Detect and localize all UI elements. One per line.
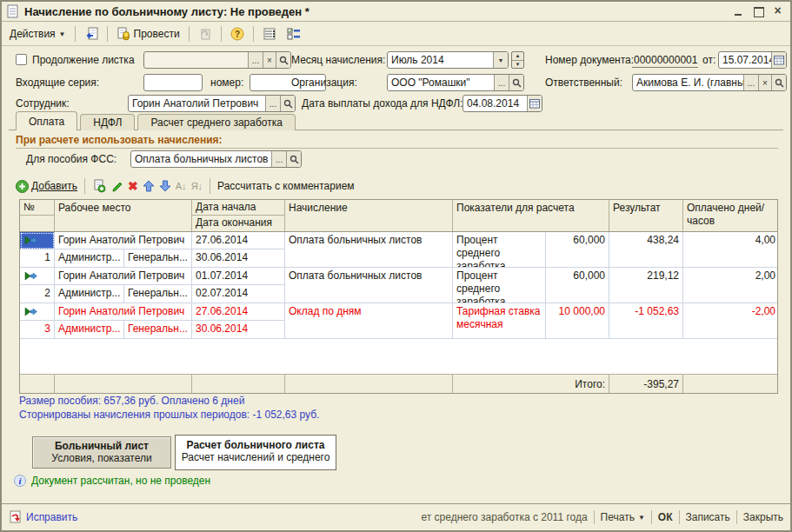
fix-button[interactable]: Исправить [9,510,77,524]
help-button[interactable]: ? [226,25,249,43]
indicator-value-cell[interactable]: 60,000 [546,232,609,267]
magnifier-icon[interactable] [276,52,290,68]
row-number[interactable]: 2 [20,285,55,303]
clear-icon[interactable]: × [263,52,276,68]
employee-cell[interactable]: Горин Анатолий Петрович [55,303,192,321]
accrual-cell[interactable]: Оклад по дням [285,303,453,338]
organization-field[interactable]: ООО "Ромашки" ... [387,74,524,91]
employee-field[interactable]: Горин Анатолий Петрович ... [128,95,296,112]
add-row-button[interactable]: Добавить [16,180,77,193]
ellipsis-button[interactable]: ... [494,75,509,90]
position-cell[interactable]: Генеральн... [124,249,192,267]
month-combo[interactable]: Июль 2014 ▼ [387,51,509,69]
save-and-close-button[interactable] [80,25,103,43]
responsible-field[interactable]: Акимова Е. И. (главный б ... × [632,74,787,91]
date-start-cell[interactable]: 27.06.2014 [192,232,285,249]
department-cell[interactable]: Администр... [55,321,124,338]
result-cell[interactable]: 438,24 [609,232,683,267]
ok-button[interactable]: ОК [658,511,673,523]
minimize-button[interactable] [734,6,745,17]
result-cell[interactable]: -1 052,63 [609,303,683,338]
docnum-value[interactable]: 00000000001 [632,52,698,68]
department-cell[interactable]: Администр... [55,249,124,267]
edit-row-button[interactable] [110,180,123,193]
sort-descending-icon: Я↓ [191,181,203,191]
maximize-button[interactable] [753,6,764,17]
result-cell[interactable]: 219,12 [609,268,683,303]
date-end-cell[interactable]: 30.06.2014 [192,321,285,338]
list-settings-button[interactable] [258,25,281,43]
department-cell[interactable]: Администр... [55,285,124,303]
ellipsis-button[interactable]: ... [743,75,758,90]
magnifier-icon[interactable] [509,75,523,90]
sort-descending-button[interactable]: Я↓ [191,181,203,191]
save-button[interactable]: Записать [686,511,730,523]
employee-cell[interactable]: Горин Анатолий Петрович [55,232,192,249]
close-button[interactable]: × [772,6,783,17]
month-spinner[interactable]: ▲▼ [511,51,524,69]
combo-arrow-icon[interactable]: ▼ [493,52,508,68]
sort-ascending-button[interactable]: А↓ [176,181,187,191]
move-down-button[interactable] [159,180,171,192]
window-title: Начисление по больничному листу: Не пров… [24,5,729,18]
paid-days-cell[interactable]: -2,00 [683,303,779,338]
indicator-cell[interactable]: Процент среднего заработка [453,232,546,267]
calendar-icon[interactable] [771,52,786,68]
date-end-cell[interactable]: 02.07.2014 [192,285,285,303]
wizard-button-sick-list[interactable]: Больничный лист Условия, показатели [32,436,171,469]
accrual-cell[interactable]: Оплата больничных листов [285,268,453,303]
ellipsis-button[interactable]: ... [248,52,263,68]
continuation-checkbox[interactable] [16,54,27,65]
print-button[interactable]: Печать ▼ [601,511,645,523]
position-cell[interactable]: Генеральн... [124,285,192,303]
ndfl-date-field[interactable]: 04.08.2014 [463,95,542,112]
employee-cell[interactable]: Горин Анатолий Петрович [55,268,192,285]
row-marker-cell[interactable] [20,268,55,285]
paid-days-cell[interactable]: 4,00 [683,232,779,267]
fss-field[interactable]: Оплата больничных листов ... [130,150,302,168]
move-up-button[interactable] [143,180,155,192]
indicator-cell[interactable]: Тарифная ставка месячная [453,303,546,338]
accrual-cell[interactable]: Оплата больничных листов [285,232,453,267]
tab-payment[interactable]: Оплата [16,111,77,130]
row-marker-cell[interactable] [20,232,55,249]
magnifier-icon[interactable] [771,75,786,90]
indicator-cell[interactable]: Процент среднего заработка [453,268,546,303]
indicator-value-cell[interactable]: 60,000 [546,268,609,303]
date-end-cell[interactable]: 30.06.2014 [192,249,285,267]
copy-row-button[interactable] [92,179,106,193]
table-row[interactable]: 1 Горин Анатолий Петрович Администр... Г… [20,232,777,268]
position-cell[interactable]: Генеральн... [124,321,192,338]
date-start-cell[interactable]: 27.06.2014 [192,303,285,321]
calculate-with-comment-button[interactable]: Рассчитать с комментарием [217,180,354,192]
tab-average-earnings[interactable]: Расчет среднего заработка [137,114,296,130]
magnifier-icon[interactable] [280,96,295,111]
row-number[interactable]: 3 [20,321,55,338]
indicator-value-cell[interactable]: 10 000,00 [546,303,609,338]
row-marker-cell[interactable] [20,303,55,321]
related-info-button[interactable] [283,25,305,43]
post-cancel-button-disabled[interactable] [194,25,216,43]
calendar-icon[interactable] [527,96,542,111]
ellipsis-button[interactable]: ... [271,151,286,167]
close-button-bottom[interactable]: Закрыть [743,511,783,523]
paid-days-cell[interactable]: 2,00 [683,268,779,303]
date-start-cell[interactable]: 01.07.2014 [192,268,285,285]
table-empty-area[interactable] [20,339,777,374]
delete-row-button[interactable]: ✖ [128,181,138,191]
table-row[interactable]: 2 Горин Анатолий Петрович Администр... Г… [20,268,777,303]
row-number[interactable]: 1 [20,249,55,267]
clear-icon[interactable]: × [758,75,771,90]
tab-ndfl[interactable]: НДФЛ [80,114,135,130]
doc-date-field[interactable]: 15.07.2014 [718,51,787,69]
wizard-button-calculation[interactable]: Расчет больничного листа Расчет начислен… [175,435,336,470]
ellipsis-button[interactable]: ... [265,96,280,111]
post-button[interactable]: Провести [112,25,184,43]
actions-button[interactable]: Действия ▼ [5,26,70,42]
calc-record-icon [24,236,38,245]
post-label: Провести [134,28,180,40]
incoming-series-field[interactable] [143,74,203,91]
continuation-field[interactable]: ... × [143,51,291,69]
table-row-storno[interactable]: 3 Горин Анатолий Петрович Администр... Г… [20,303,777,339]
magnifier-icon[interactable] [286,151,301,167]
